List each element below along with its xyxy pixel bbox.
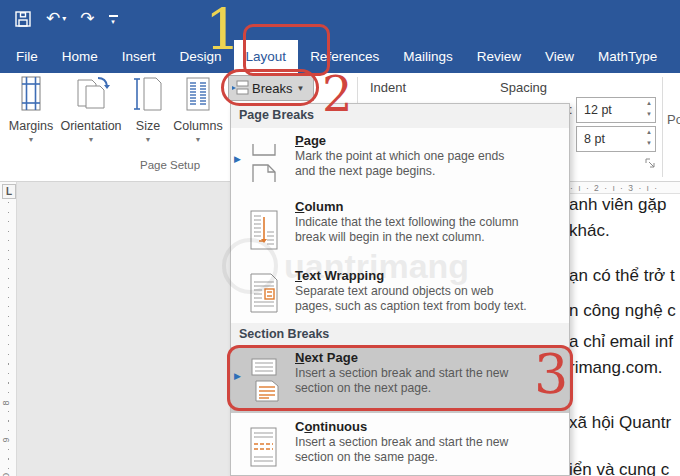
margins-dropdown-icon: ▼: [6, 136, 56, 143]
ruler-number: 9: [1, 432, 11, 448]
document-text-line: anh viên gặp: [570, 195, 666, 215]
menu-section-header-section-breaks: Section Breaks: [231, 323, 569, 348]
title-rest: ext Wrapping: [302, 268, 384, 283]
title-accel: C: [295, 199, 304, 214]
spin-up-icon[interactable]: ▲: [646, 128, 652, 136]
orientation-dropdown-icon: ▼: [56, 136, 126, 143]
menu-item-page[interactable]: ▶ Page Mark the point at which one page …: [231, 130, 569, 196]
menu-item-title: Next Page: [295, 350, 565, 365]
spacing-after-input[interactable]: 8 pt ▲▼: [576, 126, 656, 152]
menu-item-continuous[interactable]: Continuous Insert a section break and st…: [231, 416, 569, 476]
tab-home[interactable]: Home: [50, 40, 110, 73]
columns-button[interactable]: Columns ▼: [170, 76, 226, 143]
horizontal-ruler[interactable]: · ı · 2 · ı · 3 · ı ·: [570, 182, 680, 194]
columns-dropdown-icon: ▼: [170, 136, 226, 143]
menu-item-next-page[interactable]: ▶ Next Page Insert a section break and s…: [231, 347, 569, 413]
margins-label: Margins: [6, 119, 56, 133]
ribbon-tab-bar: File Home Insert Design Layout Reference…: [0, 40, 680, 73]
size-dropdown-icon: ▼: [128, 136, 168, 143]
save-icon[interactable]: [14, 10, 32, 28]
orientation-button[interactable]: Orientation ▼: [56, 76, 126, 143]
ruler-number: 10: [1, 470, 11, 476]
undo-dropdown-icon[interactable]: ▾: [62, 8, 66, 30]
page-setup-group-label: Page Setup: [140, 159, 200, 171]
spacing-before-input[interactable]: 12 pt ▲▼: [576, 97, 656, 123]
menu-item-text-wrapping[interactable]: Text Wrapping Separate text around objec…: [231, 265, 569, 321]
orientation-icon: [70, 76, 112, 112]
size-label: Size: [128, 119, 168, 133]
tab-layout[interactable]: Layout: [234, 40, 299, 73]
title-accel: T: [295, 268, 302, 283]
spacing-label: Spacing: [500, 80, 547, 95]
breaks-dropdown-menu: Page Breaks ▶ Page Mark the point at whi…: [230, 103, 570, 476]
ruler-number: 8: [1, 395, 11, 411]
quick-access-toolbar: ↶▾ ↷ ▾: [14, 8, 118, 30]
menu-item-title: Column: [295, 199, 565, 214]
group-divider: [662, 77, 663, 177]
menu-item-title: Continuous: [295, 419, 565, 434]
document-text-line: xã hội Quantr: [570, 413, 671, 433]
tab-mailings[interactable]: Mailings: [391, 40, 465, 73]
spin-down-icon[interactable]: ▼: [646, 110, 652, 118]
spacing-before-value: 12 pt: [584, 103, 612, 117]
title-rest: olumn: [304, 199, 343, 214]
menu-item-desc: Separate text around objects on web page…: [295, 284, 565, 314]
next-page-break-icon: [245, 357, 283, 403]
document-text-line: a chỉ email inf: [570, 332, 673, 352]
document-text-line: n công nghệ c: [570, 301, 676, 321]
page-break-icon: [245, 140, 281, 186]
columns-icon: [183, 76, 213, 112]
columns-label: Columns: [170, 119, 226, 133]
margins-icon: [16, 76, 46, 112]
document-text-line: rimang.com.: [570, 358, 663, 378]
tab-design[interactable]: Design: [168, 40, 234, 73]
spacing-after-value: 8 pt: [584, 132, 605, 146]
position-button-partial[interactable]: Po: [667, 112, 680, 127]
word-window: ↶▾ ↷ ▾ File Home Insert Design Layout Re…: [0, 0, 680, 476]
column-break-icon: [245, 207, 281, 253]
size-button[interactable]: Size ▼: [128, 76, 168, 143]
redo-icon[interactable]: ↷: [80, 8, 94, 30]
menu-item-title: Page: [295, 133, 565, 148]
tab-view[interactable]: View: [533, 40, 586, 73]
menu-item-title: Text Wrapping: [295, 268, 565, 283]
undo-icon[interactable]: ↶▾: [46, 8, 66, 30]
tab-stop-selector[interactable]: L: [2, 184, 16, 199]
menu-item-column[interactable]: Column Indicate that the text following …: [231, 196, 569, 264]
text-wrapping-break-icon: [245, 270, 281, 316]
break-point-marker-icon: ▶: [234, 371, 241, 381]
title-rest: ntinuous: [312, 419, 367, 434]
menu-item-desc: Insert a section break and start the new…: [295, 366, 565, 396]
margins-button[interactable]: Margins ▼: [6, 76, 56, 143]
menu-section-header-page-breaks: Page Breaks: [231, 104, 569, 128]
document-text-line: ạn có thể trở t: [570, 266, 675, 286]
document-text-line: iển và cung c: [570, 460, 669, 476]
tab-insert[interactable]: Insert: [110, 40, 168, 73]
title-rest: age: [304, 133, 326, 148]
title-bar: ↶▾ ↷ ▾: [0, 0, 680, 40]
document-text-line: khác.: [570, 221, 610, 241]
vertical-ruler[interactable]: 8 9 10 11 12 13: [0, 182, 17, 476]
spin-down-icon[interactable]: ▼: [646, 139, 652, 147]
breaks-button[interactable]: Breaks ▼: [228, 75, 314, 101]
menu-item-desc: Indicate that the text following the col…: [295, 215, 565, 245]
customize-toolbar-icon[interactable]: ▾: [109, 15, 118, 24]
page-break-small-icon: [232, 80, 249, 96]
title-accel: P: [295, 133, 304, 148]
document-page[interactable]: · ı · 2 · ı · 3 · ı · anh viên gặp khác.…: [570, 182, 680, 476]
tab-file[interactable]: File: [4, 40, 50, 73]
break-point-marker-icon: ▶: [234, 154, 241, 164]
size-icon: [132, 76, 164, 112]
tab-mathtype[interactable]: MathType: [586, 40, 669, 73]
indent-label: Indent: [370, 80, 406, 95]
tab-references[interactable]: References: [298, 40, 391, 73]
orientation-label: Orientation: [56, 119, 126, 133]
title-pre: C: [295, 419, 304, 434]
menu-item-desc: Mark the point at which one page ends an…: [295, 149, 565, 179]
paragraph-dialog-launcher[interactable]: [645, 156, 657, 168]
tab-review[interactable]: Review: [465, 40, 533, 73]
spin-up-icon[interactable]: ▲: [646, 99, 652, 107]
title-rest: ext Page: [304, 350, 357, 365]
breaks-label: Breaks: [252, 81, 292, 96]
menu-item-desc: Insert a section break and start the new…: [295, 435, 565, 465]
